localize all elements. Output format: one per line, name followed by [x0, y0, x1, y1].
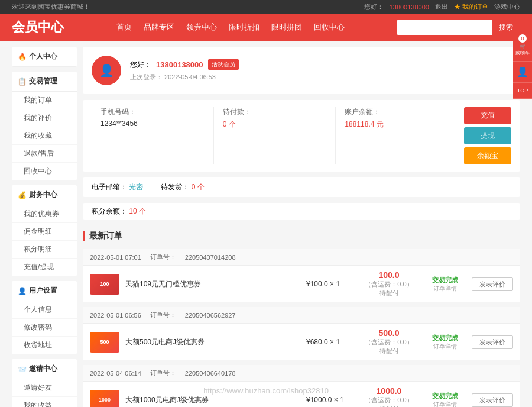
sidebar-item-my-favorites[interactable]: 我的收藏 [12, 127, 77, 145]
order-sub2-1: 待配付 [359, 289, 419, 298]
sidebar-trade-label: 交易管理 [29, 76, 57, 86]
order-action-btn-1[interactable]: 发表评价 [472, 277, 513, 291]
top-bar-member[interactable]: 游戏中心 [494, 2, 520, 11]
settings-icon: 👤 [18, 287, 27, 295]
sidebar-section-personal: 🔥 个人中心 [12, 47, 77, 67]
status-label-2[interactable]: 订单详情 [424, 343, 466, 351]
order-img-3: 1000 [90, 390, 119, 408]
top-bar-orders[interactable]: ★ 我的订单 [454, 2, 488, 11]
nav-recycle[interactable]: 回收中心 [314, 22, 345, 33]
order-row-1: 100 天猫109元无门槛优惠券 ¥100.0 × 1 100.0 （含运费：0… [83, 266, 520, 302]
nav-group[interactable]: 限时拼团 [271, 22, 302, 33]
user-level-badge: 活跃会员 [208, 59, 239, 70]
order-status-1: 交易完成 订单详情 [424, 276, 466, 293]
user-id-row: 您好： 13800138000 活跃会员 [130, 59, 511, 70]
order-action-btn-2[interactable]: 发表评价 [472, 335, 513, 349]
status-label-3[interactable]: 订单详情 [424, 400, 466, 408]
cart-sidebar-item[interactable]: 0 🛒 购物车 [513, 30, 532, 62]
sidebar-item-address[interactable]: 收货地址 [12, 337, 77, 354]
finance-icon: 💰 [18, 191, 27, 199]
order-action-btn-3[interactable]: 发表评价 [472, 393, 513, 407]
sidebar-item-password[interactable]: 修改密码 [12, 319, 77, 337]
order-product-name-2[interactable]: 大额500元电商J级优惠券 [125, 337, 300, 347]
sidebar-item-recharge[interactable]: 充值/提现 [12, 259, 77, 276]
nav-home[interactable]: 首页 [116, 22, 132, 33]
search-box: 搜索 [397, 20, 520, 35]
status-complete-1: 交易完成 [424, 276, 466, 285]
site-logo[interactable]: 会员中心 [12, 18, 64, 36]
unpaid-count: 0 个 [223, 120, 236, 128]
order-group-2: 2022-05-01 06:56 订单号： 22050406562927 500… [83, 307, 520, 360]
order-meta-2: 2022-05-01 06:56 订单号： 22050406562927 [83, 307, 520, 324]
sidebar-item-my-orders[interactable]: 我的订单 [12, 92, 77, 109]
withdraw-button[interactable]: 提现 [464, 127, 511, 144]
sidebar-item-points[interactable]: 积分明细 [12, 241, 77, 259]
status-label-1[interactable]: 订单详情 [424, 285, 466, 293]
order-product-name-1[interactable]: 天猫109元无门槛优惠券 [125, 279, 300, 289]
top-bar-phone[interactable]: 13800138000 [390, 4, 429, 11]
user-phone[interactable]: 13800138000 [156, 60, 203, 69]
top-bar-right: 您好： 13800138000 退出 ★ 我的订单 游戏中心 [364, 2, 520, 11]
order-img-2: 500 [90, 332, 119, 353]
search-input[interactable] [397, 20, 492, 34]
sidebar-section-settings: 👤 用户设置 个人信息 修改密码 收货地址 [12, 281, 77, 354]
last-login-time: 2022-05-04 06:53 [164, 73, 216, 80]
stat-mobile-value: 1234**3456 [100, 119, 205, 128]
top-bar-left: 欢迎来到陶宝优惠券商城！ [12, 2, 90, 11]
order-time-1: 2022-05-01 07:01 [90, 254, 141, 261]
sidebar-item-coupons[interactable]: 我的优惠券 [12, 205, 77, 223]
recharge-button[interactable]: 充值 [464, 107, 511, 124]
balance-amount: 188118.4 元 [345, 120, 383, 128]
last-login-label: 上次登录： [130, 73, 163, 80]
top-bar-logout[interactable]: 退出 [435, 2, 448, 11]
stat-balance-value: 188118.4 元 [345, 119, 449, 130]
cart-badge: 0 [518, 34, 527, 43]
order-sub2-2: 待配付 [359, 347, 419, 356]
sidebar-item-my-earnings[interactable]: 我的收益 [12, 397, 77, 407]
nav-coupon[interactable]: 领券中心 [186, 22, 217, 33]
right-sidebar: 0 🛒 购物车 👤 TOP [513, 30, 532, 99]
sidebar-item-profile[interactable]: 个人信息 [12, 301, 77, 319]
sidebar-section-title-finance: 💰 财务中心 [12, 185, 77, 205]
cart-label: 购物车 [515, 50, 530, 56]
invite-icon: 📨 [18, 365, 27, 373]
sidebar-item-commission[interactable]: 佣金明细 [12, 223, 77, 241]
order-time-2: 2022-05-01 06:56 [90, 312, 141, 319]
user-sidebar-item[interactable]: 👤 [513, 62, 532, 83]
alipay-button[interactable]: 余额宝 [464, 147, 511, 164]
top-sidebar-item[interactable]: TOP [513, 83, 532, 99]
sidebar-invite-label: 邀请中心 [29, 364, 57, 374]
sidebar-item-invite-friends[interactable]: 邀请好友 [12, 379, 77, 397]
order-meta-3: 2022-05-04 06:14 订单号： 22050406640178 [83, 365, 520, 382]
user-icon: 👤 [517, 66, 528, 77]
order-no-label-2: 订单号： [150, 311, 176, 319]
order-sub1-2: （含运费：0.0） [359, 338, 419, 347]
sidebar-section-trade: 📋 交易管理 我的订单 我的评价 我的收藏 退款/售后 回收中心 [12, 72, 77, 180]
order-no-label-3: 订单号： [150, 369, 176, 377]
order-group-1: 2022-05-01 07:01 订单号： 22050407014208 100… [83, 249, 520, 302]
order-no-label-1: 订单号： [150, 253, 176, 261]
order-no-2: 22050406562927 [185, 312, 236, 319]
order-status-3: 交易完成 订单详情 [424, 392, 466, 408]
order-img-1: 100 [90, 274, 119, 295]
order-sub1-3: （含运费：0.0） [359, 396, 419, 405]
sidebar-section-title-settings: 👤 用户设置 [12, 281, 77, 301]
nav-discount[interactable]: 限时折扣 [229, 22, 259, 33]
stat-balance: 账户余额： 188118.4 元 [336, 107, 458, 164]
nav-brand[interactable]: 品牌专区 [144, 22, 174, 33]
sidebar-item-my-reviews[interactable]: 我的评价 [12, 109, 77, 127]
stat-unpaid-label: 待付款： [223, 107, 327, 117]
sidebar-section-title-invite: 📨 邀请中心 [12, 359, 77, 379]
content-area: 👤 您好： 13800138000 活跃会员 上次登录： 2022-05-04 … [83, 47, 520, 407]
sidebar-item-refund[interactable]: 退款/售后 [12, 145, 77, 163]
order-product-name-3[interactable]: 大额1000元电商J级优惠券 [125, 395, 300, 405]
order-sub1-1: （含运费：0.0） [359, 280, 419, 289]
order-meta-1: 2022-05-01 07:01 订单号： 22050407014208 [83, 249, 520, 266]
sidebar-item-recycle[interactable]: 回收中心 [12, 163, 77, 180]
stat-points-label: 积分余额： [92, 207, 127, 215]
user-avatar: 👤 [92, 56, 121, 85]
stat-balance-label: 账户余额： [345, 107, 449, 117]
order-amount-2: 500.0 [359, 328, 419, 338]
top-bar: 欢迎来到陶宝优惠券商城！ 您好： 13800138000 退出 ★ 我的订单 游… [0, 0, 532, 14]
main-nav: 首页 品牌专区 领券中心 限时折扣 限时拼团 回收中心 [116, 22, 345, 33]
